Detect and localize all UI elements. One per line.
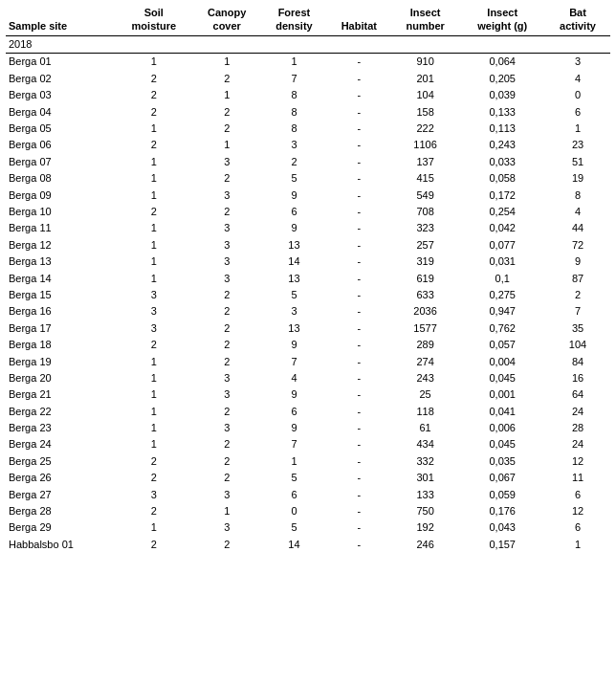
insect-num-cell: 319	[391, 254, 460, 270]
site-cell: Berga 29	[6, 519, 115, 536]
soil-cell: 1	[115, 370, 192, 386]
forest-cell: 13	[261, 237, 327, 254]
forest-cell: 5	[261, 470, 327, 486]
header-insect-weight: Insectweight (g)	[459, 4, 545, 35]
insect-num-cell: 246	[391, 537, 460, 553]
site-cell: Berga 25	[6, 453, 115, 470]
forest-cell: 5	[261, 519, 327, 536]
canopy-cell: 2	[192, 104, 261, 121]
table-row: Berga 22126-1180,04124	[6, 404, 610, 420]
insect-num-cell: 549	[391, 188, 460, 204]
forest-cell: 9	[261, 188, 327, 204]
insect-wt-cell: 0,058	[459, 170, 545, 187]
soil-cell: 2	[115, 104, 192, 121]
bat-cell: 6	[545, 519, 610, 536]
insect-num-cell: 61	[391, 420, 460, 436]
site-cell: Berga 04	[6, 104, 115, 121]
insect-num-cell: 158	[391, 104, 460, 121]
bat-cell: 104	[545, 337, 610, 353]
site-cell: Berga 18	[6, 337, 115, 353]
habitat-cell: -	[327, 537, 391, 553]
bat-cell: 16	[545, 370, 610, 386]
insect-wt-cell: 0,762	[459, 320, 545, 337]
site-cell: Berga 20	[6, 370, 115, 386]
canopy-cell: 2	[192, 204, 261, 220]
habitat-cell: -	[327, 104, 391, 121]
soil-cell: 1	[115, 354, 192, 370]
canopy-cell: 3	[192, 370, 261, 386]
habitat-cell: -	[327, 54, 391, 71]
table-row: Berga 06213-11060,24323	[6, 137, 610, 153]
habitat-cell: -	[327, 154, 391, 170]
soil-cell: 1	[115, 154, 192, 170]
canopy-cell: 2	[192, 453, 261, 470]
table-row: Berga 121313-2570,07772	[6, 237, 610, 254]
canopy-cell: 2	[192, 287, 261, 303]
habitat-cell: -	[327, 370, 391, 386]
canopy-cell: 2	[192, 170, 261, 187]
year-label: 2018	[6, 35, 610, 53]
site-cell: Berga 08	[6, 170, 115, 187]
bat-cell: 23	[545, 137, 610, 153]
header-insect-number: Insectnumber	[391, 4, 460, 35]
site-cell: Berga 23	[6, 420, 115, 436]
insect-wt-cell: 0,172	[459, 188, 545, 204]
insect-wt-cell: 0,045	[459, 436, 545, 452]
canopy-cell: 2	[192, 354, 261, 370]
site-cell: Berga 03	[6, 87, 115, 103]
insect-wt-cell: 0,064	[459, 54, 545, 71]
insect-num-cell: 1577	[391, 320, 460, 337]
insect-wt-cell: 0,133	[459, 104, 545, 121]
canopy-cell: 3	[192, 220, 261, 236]
canopy-cell: 2	[192, 121, 261, 137]
insect-wt-cell: 0,947	[459, 303, 545, 320]
soil-cell: 2	[115, 137, 192, 153]
habitat-cell: -	[327, 487, 391, 503]
insect-num-cell: 619	[391, 271, 460, 287]
soil-cell: 1	[115, 188, 192, 204]
insect-wt-cell: 0,059	[459, 487, 545, 503]
habitat-cell: -	[327, 470, 391, 486]
soil-cell: 1	[115, 404, 192, 420]
canopy-cell: 1	[192, 87, 261, 103]
canopy-cell: 3	[192, 271, 261, 287]
table-row: Berga 07132-1370,03351	[6, 154, 610, 170]
bat-cell: 12	[545, 503, 610, 519]
insect-wt-cell: 0,004	[459, 354, 545, 370]
table-row: Berga 16323-20360,9477	[6, 303, 610, 320]
forest-cell: 6	[261, 204, 327, 220]
habitat-cell: -	[327, 71, 391, 87]
soil-cell: 2	[115, 503, 192, 519]
table-row: Berga 24127-4340,04524	[6, 436, 610, 452]
soil-cell: 1	[115, 254, 192, 270]
canopy-cell: 3	[192, 188, 261, 204]
table-row: Berga 19127-2740,00484	[6, 354, 610, 370]
bat-cell: 72	[545, 237, 610, 254]
table-row: Berga 28210-7500,17612	[6, 503, 610, 519]
soil-cell: 3	[115, 303, 192, 320]
soil-cell: 3	[115, 487, 192, 503]
soil-cell: 2	[115, 71, 192, 87]
habitat-cell: -	[327, 254, 391, 270]
table-row: Berga 15325-6330,2752	[6, 287, 610, 303]
soil-cell: 1	[115, 386, 192, 403]
soil-cell: 2	[115, 87, 192, 103]
insect-num-cell: 192	[391, 519, 460, 536]
table-row: Berga 173213-15770,76235	[6, 320, 610, 337]
canopy-cell: 3	[192, 154, 261, 170]
forest-cell: 2	[261, 154, 327, 170]
soil-cell: 1	[115, 54, 192, 71]
insect-wt-cell: 0,254	[459, 204, 545, 220]
insect-wt-cell: 0,077	[459, 237, 545, 254]
habitat-cell: -	[327, 519, 391, 536]
insect-wt-cell: 0,157	[459, 537, 545, 553]
header-bat-activity: Batactivity	[545, 4, 610, 35]
insect-num-cell: 332	[391, 453, 460, 470]
forest-cell: 14	[261, 537, 327, 553]
forest-cell: 3	[261, 303, 327, 320]
table-row: Berga 05128-2220,1131	[6, 121, 610, 137]
bat-cell: 1	[545, 537, 610, 553]
bat-cell: 4	[545, 71, 610, 87]
soil-cell: 2	[115, 470, 192, 486]
forest-cell: 9	[261, 220, 327, 236]
